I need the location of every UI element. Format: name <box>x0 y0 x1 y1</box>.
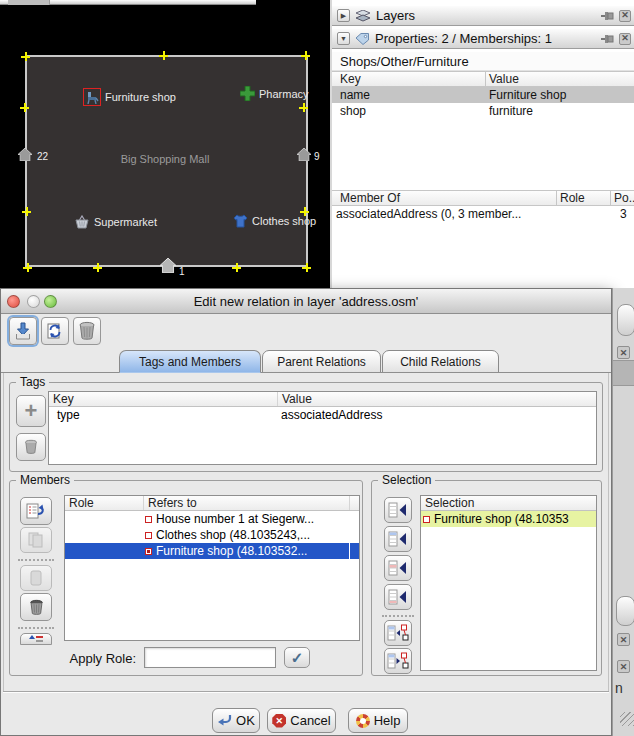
kv-table-header: Key Value <box>332 71 634 87</box>
tab-label: Parent Relations <box>277 355 366 369</box>
select-selection-from-members-button[interactable] <box>384 648 412 674</box>
kv-header-value: Value <box>489 72 519 87</box>
table-arrow-left-icon <box>388 589 408 605</box>
apply-role-confirm-button[interactable]: ✓ <box>284 647 310 668</box>
map-canvas[interactable]: Furniture shop Pharmacy Supermarket Clot… <box>0 0 330 290</box>
cancel-icon: ✕ <box>272 714 286 728</box>
member-row[interactable]: Clothes shop (48.1035243,... <box>65 527 359 543</box>
add-selection-at-end-button[interactable] <box>384 584 412 610</box>
members-table-header: Role Refers to <box>65 496 359 511</box>
selection-group-label: Selection <box>378 473 435 487</box>
tag-key: type <box>49 407 277 423</box>
map-node[interactable] <box>159 51 168 60</box>
map-node[interactable] <box>302 263 311 272</box>
close-icon[interactable]: ✕ <box>619 33 631 45</box>
kv-row-name[interactable]: name Furniture shop <box>332 87 634 103</box>
minimize-window-button[interactable] <box>27 295 40 308</box>
resize-grip[interactable] <box>620 712 634 726</box>
poi-clothes-shop[interactable]: Clothes shop <box>233 214 316 228</box>
poi-label: Clothes shop <box>252 215 316 227</box>
member-of-row[interactable]: associatedAddress (0, 3 member... 3 <box>332 206 634 222</box>
table-arrow-left-icon <box>388 560 408 576</box>
background-partial-text: n <box>615 680 623 696</box>
dialog-titlebar[interactable]: Edit new relation in layer 'address.osm' <box>1 289 611 314</box>
tab-tags-and-members[interactable]: Tags and Members <box>119 350 261 373</box>
delete-tag-button[interactable] <box>16 433 46 461</box>
add-selection-before-button[interactable] <box>384 526 412 552</box>
zoom-window-button[interactable] <box>44 295 57 308</box>
preset-link[interactable]: Shops/Other/Furniture <box>332 52 634 71</box>
kv-row-shop[interactable]: shop furniture <box>332 103 634 119</box>
house-entrance-icon[interactable] <box>297 148 311 161</box>
help-button[interactable]: Help <box>348 708 408 733</box>
tag-icon <box>355 33 370 45</box>
tags-table[interactable]: Key Value type associatedAddress <box>48 391 597 465</box>
map-node[interactable] <box>93 263 102 272</box>
properties-panel-body: Shops/Other/Furniture Key Value name Fur… <box>332 50 634 290</box>
expand-arrow-icon[interactable]: ▶ <box>337 9 350 22</box>
cancel-button[interactable]: ✕ Cancel <box>267 708 336 733</box>
add-selection-after-button[interactable] <box>384 555 412 581</box>
properties-panel-title: Properties: 2 / Memberships: 1 <box>375 31 552 46</box>
add-selection-at-start-button[interactable] <box>384 497 412 523</box>
map-node[interactable] <box>21 52 30 61</box>
paste-member-button[interactable] <box>20 565 52 591</box>
kv-key: name <box>340 87 370 103</box>
ok-button[interactable]: OK <box>212 708 260 733</box>
close-icon[interactable]: ✕ <box>617 346 630 359</box>
pin-icon[interactable] <box>601 11 614 21</box>
selection-group: Selection <box>371 480 602 676</box>
copy-member-button[interactable] <box>20 527 52 553</box>
poi-pharmacy[interactable]: Pharmacy <box>240 86 309 101</box>
apply-role-input[interactable] <box>144 647 276 668</box>
house-entrance-icon[interactable] <box>18 148 32 161</box>
map-node[interactable] <box>232 263 241 272</box>
edit-member-button[interactable] <box>20 497 52 525</box>
tags-group-label: Tags <box>16 375 49 389</box>
house-number: 22 <box>37 151 48 162</box>
members-table[interactable]: Role Refers to House number 1 at Siegerw… <box>64 495 360 641</box>
member-of-header-role: Role <box>560 191 585 206</box>
refresh-relation-button[interactable] <box>41 317 69 345</box>
add-tag-button[interactable]: + <box>16 395 46 427</box>
selection-row[interactable]: Furniture shop (48.10353 <box>421 511 596 527</box>
background-panel-edge: ✕ ✕ ✕ n <box>612 288 634 736</box>
kv-value: furniture <box>489 103 533 119</box>
close-icon[interactable]: ✕ <box>617 633 630 646</box>
close-icon[interactable]: ✕ <box>617 660 630 673</box>
poi-supermarket[interactable]: Supermarket <box>74 215 157 229</box>
member-of-header-name: Member Of <box>340 191 400 206</box>
delete-relation-button[interactable] <box>73 317 101 345</box>
poi-furniture-shop[interactable]: Furniture shop <box>83 88 176 106</box>
pin-icon[interactable] <box>601 34 614 44</box>
house-entrance-icon[interactable] <box>160 258 176 273</box>
background-scrollbar <box>613 360 634 386</box>
remove-member-button[interactable] <box>20 593 52 621</box>
member-row-selected[interactable]: Furniture shop (48.103532... <box>65 543 359 559</box>
map-node[interactable] <box>20 103 29 112</box>
basket-icon <box>74 215 90 229</box>
member-of-header: Member Of Role Po... <box>332 190 634 206</box>
map-node[interactable] <box>23 263 32 272</box>
sort-members-button[interactable] <box>20 633 52 645</box>
tag-row[interactable]: type associatedAddress <box>49 407 596 423</box>
tab-child-relations[interactable]: Child Relations <box>382 350 499 373</box>
collapse-arrow-icon[interactable]: ▼ <box>337 32 350 45</box>
ok-arrow-icon <box>217 714 232 727</box>
selection-table[interactable]: Selection Furniture shop (48.10353 <box>420 495 597 671</box>
select-members-from-selection-button[interactable] <box>384 620 412 646</box>
tab-parent-relations[interactable]: Parent Relations <box>262 350 381 373</box>
sort-icon <box>28 634 44 644</box>
selected-object-box <box>83 88 101 106</box>
trash-icon <box>78 321 96 341</box>
properties-panel-header: ▼ Properties: 2 / Memberships: 1 ✕ <box>332 28 634 49</box>
dialog-title: Edit new relation in layer 'address.osm' <box>194 294 419 309</box>
close-icon[interactable]: ✕ <box>619 10 631 22</box>
apply-changes-button[interactable] <box>9 317 37 345</box>
map-node[interactable] <box>22 207 31 216</box>
map-node[interactable] <box>301 51 310 60</box>
map-node[interactable] <box>299 103 308 112</box>
close-window-button[interactable] <box>7 295 20 308</box>
member-row[interactable]: House number 1 at Siegerw... <box>65 511 359 527</box>
footer-separator <box>3 691 609 693</box>
